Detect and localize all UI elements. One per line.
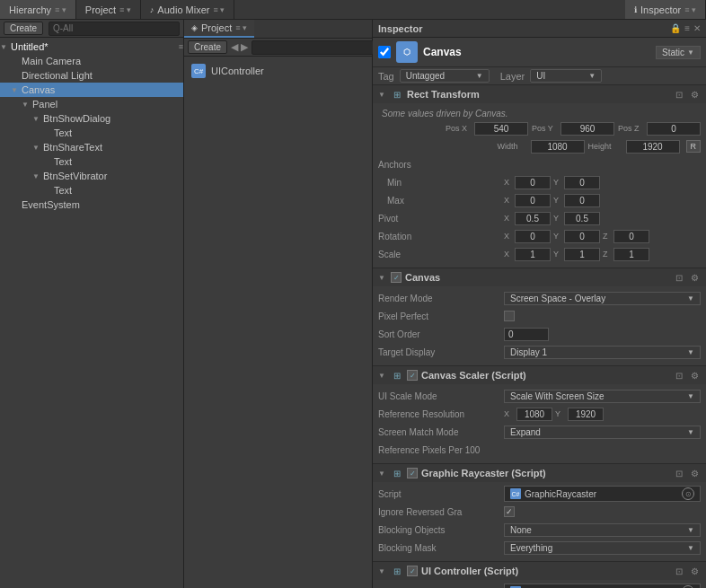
graphic-raycaster-menu-icon[interactable]: ⚙ [688,467,701,479]
blocking-objects-dropdown[interactable]: None ▼ [504,523,701,537]
ui-scale-mode-arrow: ▼ [687,392,694,400]
pivot-y-input[interactable] [564,212,600,225]
hierarchy-create-button[interactable]: Create [4,22,43,35]
project-tab[interactable]: ◈ Project ≡ ▾ [184,20,254,38]
blocking-objects-row: Blocking Objects None ▼ [378,522,701,538]
scale-x-input[interactable] [515,248,551,261]
pos-z-input[interactable] [647,122,701,136]
canvas-scaler-edit-icon[interactable]: ⊡ [673,369,685,382]
tab-hierarchy[interactable]: Hierarchy ≡ ▾ [0,0,76,19]
tree-item-untitled[interactable]: ▼ Untitled* ≡ [0,39,183,54]
object-enabled-checkbox[interactable] [378,46,391,58]
ignore-reversed-checkbox[interactable]: ✓ [504,506,515,517]
hierarchy-search-input[interactable] [49,22,180,36]
ui-controller-check[interactable]: ✓ [407,566,418,576]
tree-item-panel[interactable]: ▼ Panel [0,97,183,111]
height-field: Height [588,140,680,154]
tag-dropdown[interactable]: Untagged ▼ [400,69,490,83]
anchors-min-x-input[interactable] [515,176,551,189]
graphic-raycaster-header[interactable]: ▼ ⊞ ✓ Graphic Raycaster (Script) ⊡ ⚙ [373,464,706,482]
uic-script-ref[interactable]: C# UIController ⊙ [504,584,701,588]
screen-match-dropdown[interactable]: Expand ▼ [504,426,701,439]
canvas-menu-icon[interactable]: ⚙ [688,271,701,284]
tree-item-text1[interactable]: Text [0,126,183,140]
anchors-max-x-input[interactable] [515,194,551,207]
pos-x-input[interactable] [474,122,528,136]
project-tabs: ◈ Project ≡ ▾ [184,20,372,39]
sort-order-input[interactable] [504,328,549,341]
graphic-raycaster-check[interactable]: ✓ [407,468,418,478]
reset-button[interactable]: R [686,140,702,153]
canvas-scaler-menu-icon[interactable]: ⚙ [688,369,701,382]
project-icon2[interactable]: ▶ [241,41,248,53]
project-icon1[interactable]: ◀ [231,41,238,53]
render-mode-row: Render Mode Screen Space - Overlay ▼ [378,290,701,306]
anchors-min-y-input[interactable] [564,176,600,189]
pos-y-input[interactable] [560,122,614,136]
canvas-header[interactable]: ▼ ✓ Canvas ⊡ ⚙ [373,268,706,286]
ref-res-x-input[interactable] [516,408,552,421]
height-input[interactable] [626,140,680,154]
rect-transform-menu-icon[interactable]: ⚙ [688,88,701,101]
render-mode-dropdown[interactable]: Screen Space - Overlay ▼ [504,292,701,305]
tag-value: Untagged [406,71,445,81]
ui-controller-edit-icon[interactable]: ⊡ [673,565,685,577]
tree-item-directional-light[interactable]: Directional Light [0,68,183,83]
tab-project[interactable]: Project ≡ ▾ [76,0,141,19]
inspector-close-icon[interactable]: ✕ [693,23,701,33]
rotation-y-input[interactable] [564,230,600,243]
tree-item-btn-show-dialog[interactable]: ▼ BtnShowDialog [0,111,183,126]
anchors-max-group: X Y [504,194,701,207]
ui-controller-menu-icon[interactable]: ⚙ [688,565,701,577]
blocking-mask-dropdown[interactable]: Everything ▼ [504,541,701,555]
canvas-check[interactable]: ✓ [391,272,402,283]
project-item-ui-controller[interactable]: C# UIController [190,62,366,80]
inspector-lock-icon[interactable]: 🔒 [670,23,681,33]
tree-item-btn-set-vibrator[interactable]: ▼ BtnSetVibrator [0,169,183,183]
canvas-edit-icon[interactable]: ⊡ [673,271,685,284]
tab-audio-mixer[interactable]: ♪ Audio Mixer ≡ ▾ [141,0,234,19]
tree-arrow-btn-set-vibrator: ▼ [32,172,43,180]
hierarchy-tree: ▼ Untitled* ≡ Main Camera Directional Li… [0,38,183,588]
tree-item-text2[interactable]: Text [0,154,183,169]
scale-y-input[interactable] [564,248,600,261]
static-badge[interactable]: Static ▼ [656,46,701,59]
tree-item-canvas[interactable]: ▼ Canvas [0,83,183,97]
tree-item-event-system[interactable]: EventSystem [0,197,183,212]
rotation-z-input[interactable] [613,230,649,243]
ui-controller-header[interactable]: ▼ ⊞ ✓ UI Controller (Script) ⊡ ⚙ [373,562,706,580]
anchors-max-y-input[interactable] [564,194,600,207]
project-create-button[interactable]: Create [188,40,227,54]
width-input[interactable] [531,140,585,154]
anchors-label: Anchors [378,160,504,170]
graphic-raycaster-edit-icon[interactable]: ⊡ [673,467,685,479]
gr-script-ref[interactable]: C# GraphicRaycaster ⊙ [504,486,701,502]
rect-transform-edit-icon[interactable]: ⊡ [673,88,685,101]
anchors-min-y-field: Y [553,176,600,189]
layer-dropdown[interactable]: UI ▼ [530,69,602,83]
pivot-group: X Y [504,212,701,225]
rotation-y-field: Y [553,230,600,243]
scale-z-input[interactable] [613,248,649,261]
canvas-collapse-icon: ▼ [378,274,387,282]
tree-item-main-camera[interactable]: Main Camera [0,54,183,68]
rect-transform-header[interactable]: ▼ ⊞ Rect Transform ⊡ ⚙ [373,85,706,103]
canvas-scaler-header[interactable]: ▼ ⊞ ✓ Canvas Scaler (Script) ⊡ ⚙ [373,366,706,384]
width-label: Width [498,142,529,151]
target-display-dropdown[interactable]: Display 1 ▼ [504,346,701,359]
pivot-x-input[interactable] [515,212,551,225]
screen-match-value: Expand [510,427,541,437]
rotation-x-input[interactable] [515,230,551,243]
tree-item-text3[interactable]: Text [0,183,183,197]
ui-scale-mode-dropdown[interactable]: Scale With Screen Size ▼ [504,390,701,403]
tree-item-btn-share-text[interactable]: ▼ BtnShareText [0,140,183,154]
canvas-scaler-collapse-icon: ▼ [378,372,387,380]
pixel-perfect-checkbox[interactable] [504,311,515,321]
tree-label-text2: Text [54,156,72,167]
ref-res-y-input[interactable] [568,408,604,421]
project-search-input[interactable] [252,40,375,55]
tab-inspector[interactable]: ℹ Inspector ≡ ▾ [625,0,706,19]
canvas-scaler-check[interactable]: ✓ [407,370,418,381]
project-tab-label: Project [85,4,116,15]
inspector-menu-icon[interactable]: ≡ [684,23,690,33]
